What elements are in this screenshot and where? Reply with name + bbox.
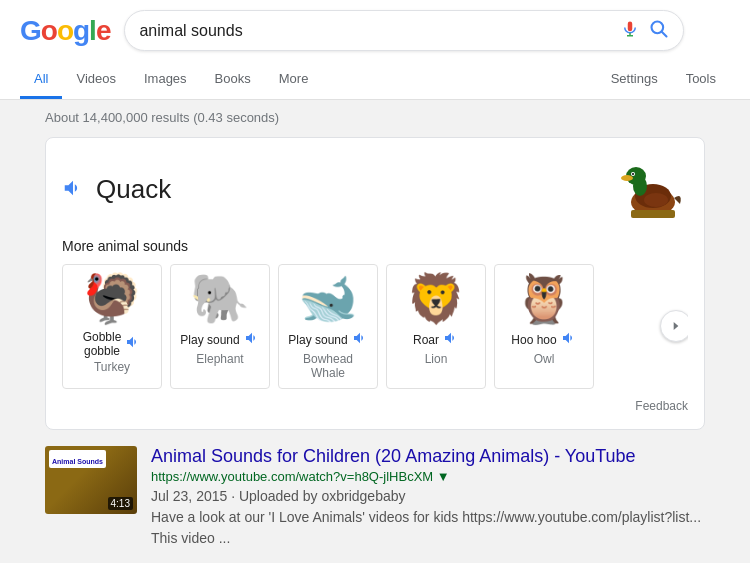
lion-sound-label: Roar <box>413 333 439 347</box>
result-item-youtube: Animal Sounds 4:13 Animal Sounds for Chi… <box>45 446 705 549</box>
result-title-youtube[interactable]: Animal Sounds for Children (20 Amazing A… <box>151 446 636 466</box>
sound-title-row: Quack <box>62 174 171 205</box>
google-logo[interactable]: Google <box>20 15 110 47</box>
animal-card-lion[interactable]: 🦁 Roar Lion <box>386 264 486 389</box>
owl-sound-row: Hoo hoo <box>503 330 585 350</box>
turkey-sound-row: Gobblegobble <box>71 330 153 358</box>
svg-point-10 <box>621 175 633 181</box>
lion-sound-row: Roar <box>395 330 477 350</box>
elephant-sound-icon[interactable] <box>244 330 260 350</box>
svg-rect-13 <box>631 210 675 218</box>
search-submit-icon[interactable] <box>649 19 669 42</box>
nav-tabs: All Videos Images Books More Settings To… <box>20 61 730 99</box>
whale-emoji: 🐋 <box>287 273 369 326</box>
elephant-sound-row: Play sound <box>179 330 261 350</box>
result-url-youtube: https://www.youtube.com/watch?v=h8Q-jlHB… <box>151 469 450 484</box>
header: Google All Videos Imag <box>0 0 750 100</box>
svg-point-12 <box>632 173 634 175</box>
owl-sound-icon[interactable] <box>561 330 577 350</box>
animal-card-owl[interactable]: 🦉 Hoo hoo Owl <box>494 264 594 389</box>
elephant-sound-label: Play sound <box>180 333 239 347</box>
tab-more[interactable]: More <box>265 61 323 99</box>
tab-books[interactable]: Books <box>201 61 265 99</box>
tab-videos[interactable]: Videos <box>62 61 130 99</box>
owl-name: Owl <box>503 352 585 366</box>
thumbnail-duration: 4:13 <box>108 497 133 510</box>
result-date-youtube: Jul 23, 2015 · Uploaded by oxbridgebaby <box>151 488 406 504</box>
result-thumbnail-youtube[interactable]: Animal Sounds 4:13 <box>45 446 137 514</box>
whale-sound-row: Play sound <box>287 330 369 350</box>
tab-settings[interactable]: Settings <box>597 61 672 99</box>
svg-point-7 <box>644 193 668 207</box>
result-snippet-youtube: Jul 23, 2015 · Uploaded by oxbridgebaby … <box>151 486 705 549</box>
whale-sound-label: Play sound <box>288 333 347 347</box>
main-content: About 14,400,000 results (0.43 seconds) … <box>25 100 725 563</box>
header-top: Google <box>20 10 730 59</box>
whale-sound-icon[interactable] <box>352 330 368 350</box>
elephant-emoji: 🐘 <box>179 273 261 326</box>
lion-name: Lion <box>395 352 477 366</box>
lion-emoji: 🦁 <box>395 273 477 326</box>
search-input[interactable] <box>139 22 613 40</box>
animal-card-whale[interactable]: 🐋 Play sound Bowhead Whale <box>278 264 378 389</box>
nav-right: Settings Tools <box>597 61 730 99</box>
tab-tools[interactable]: Tools <box>672 61 730 99</box>
tab-images[interactable]: Images <box>130 61 201 99</box>
animal-sounds-badge: Animal Sounds <box>49 450 106 468</box>
next-arrow-button[interactable] <box>660 310 688 342</box>
animal-grid: 🦃 Gobblegobble Turkey 🐘 Play sound <box>62 264 688 389</box>
result-url-row-youtube: https://www.youtube.com/watch?v=h8Q-jlHB… <box>151 469 705 484</box>
turkey-emoji: 🦃 <box>71 273 153 326</box>
sound-title: Quack <box>96 174 171 205</box>
sound-header: Quack <box>62 154 688 224</box>
turkey-name: Turkey <box>71 360 153 374</box>
microphone-icon[interactable] <box>621 17 639 44</box>
svg-rect-0 <box>628 22 633 32</box>
result-text-snippet-youtube: Have a look at our 'I Love Animals' vide… <box>151 509 701 546</box>
elephant-name: Elephant <box>179 352 261 366</box>
tab-all[interactable]: All <box>20 61 62 99</box>
search-bar[interactable] <box>124 10 684 51</box>
turkey-sound-icon[interactable] <box>125 334 141 354</box>
result-text-youtube: Animal Sounds for Children (20 Amazing A… <box>151 446 705 549</box>
more-sounds-label: More animal sounds <box>62 238 688 254</box>
lion-sound-icon[interactable] <box>443 330 459 350</box>
knowledge-card: Quack <box>45 137 705 430</box>
turkey-sound-label: Gobblegobble <box>83 330 122 358</box>
results-count: About 14,400,000 results (0.43 seconds) <box>45 110 705 125</box>
animal-card-elephant[interactable]: 🐘 Play sound Elephant <box>170 264 270 389</box>
owl-sound-label: Hoo hoo <box>511 333 556 347</box>
animal-card-turkey[interactable]: 🦃 Gobblegobble Turkey <box>62 264 162 389</box>
speaker-icon[interactable] <box>62 177 84 202</box>
whale-name: Bowhead Whale <box>287 352 369 380</box>
owl-emoji: 🦉 <box>503 273 585 326</box>
feedback-button[interactable]: Feedback <box>62 399 688 413</box>
duck-image <box>618 154 688 224</box>
svg-line-4 <box>662 32 667 37</box>
